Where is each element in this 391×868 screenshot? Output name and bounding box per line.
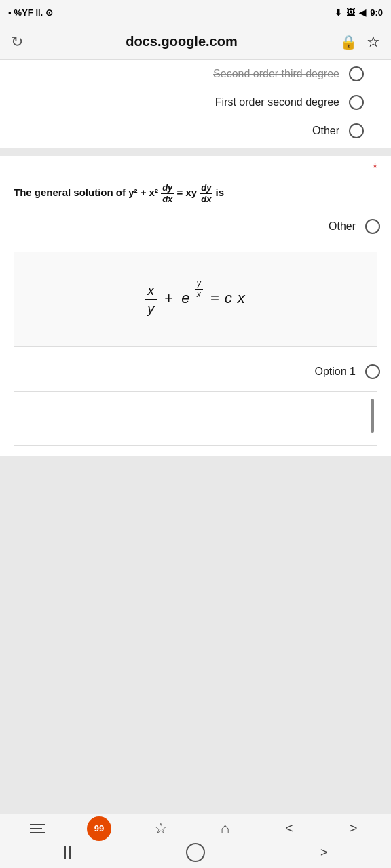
back-icon[interactable]: < (274, 816, 304, 841)
question-dy-dx-2: dy dx (200, 186, 215, 198)
menu-icon[interactable] (22, 816, 52, 841)
formula-box: x y + e y x = c x (14, 252, 377, 347)
option-second-order-third-degree[interactable]: Second order third degree (16, 60, 375, 88)
radio-button-2[interactable] (349, 95, 364, 110)
next-option-preview (14, 391, 377, 446)
option-first-order-second-degree[interactable]: First order second degree (16, 88, 375, 117)
download-icon: ⬇ (335, 7, 342, 18)
question-dy-dx-1: dy dx (161, 186, 176, 198)
fraction-dy-dx: dy dx (161, 182, 174, 204)
home-icon[interactable]: ⌂ (210, 816, 240, 841)
main-content: Second order third degree First order se… (0, 60, 391, 814)
status-left: ▪ %YF ll. ⊙ (8, 7, 53, 18)
radio-button-other[interactable] (365, 219, 380, 234)
section1-card: Second order third degree First order se… (0, 60, 391, 148)
pause-bars-icon[interactable] (52, 842, 82, 863)
option-label-2: First order second degree (215, 96, 339, 108)
required-asterisk: * (0, 156, 391, 176)
formula-equals-cx: = c x (210, 290, 246, 307)
question-main: The general solution of y² + x² (14, 186, 158, 198)
reload-icon[interactable]: ↻ (11, 33, 23, 51)
status-text: %YF ll. ⊙ (14, 7, 53, 18)
formula-plus: + (164, 290, 174, 307)
time-display: 9:0 (370, 7, 383, 18)
radio-button-option1[interactable] (365, 364, 380, 379)
next-icon[interactable]: > (309, 842, 339, 863)
radio-button-3[interactable] (349, 123, 364, 138)
option-other-2[interactable]: Other (0, 212, 391, 241)
circle-button[interactable] (186, 843, 205, 862)
browser-action-icons: 🔒 ☆ (340, 33, 380, 51)
option-other-1[interactable]: Other (16, 117, 375, 145)
location-icon: ◀ (359, 7, 366, 18)
star-outline-icon[interactable]: ☆ (146, 816, 176, 841)
scroll-indicator (371, 399, 374, 433)
image-icon: 🖼 (346, 7, 355, 18)
option-label-option1: Option 1 (315, 366, 356, 378)
nav-bottom-row: > (0, 842, 391, 868)
section2-card: * The general solution of y² + x² dy dx … (0, 156, 391, 456)
star-icon[interactable]: ☆ (367, 33, 380, 51)
browser-bar: ↻ docs.google.com 🔒 ☆ (0, 24, 391, 60)
browser-url: docs.google.com (126, 34, 237, 50)
formula-exponent: y x (196, 279, 203, 300)
fraction-dy-dx-2: dy dx (200, 182, 212, 204)
tab-count-button[interactable]: 99 (87, 816, 111, 841)
option-label-other: Other (329, 220, 356, 233)
question-is: is (216, 186, 225, 198)
option-label-1: Second order third degree (213, 68, 339, 80)
battery-icon: ▪ (8, 7, 12, 18)
question-equals: = xy (176, 186, 197, 198)
formula-x-over-y: x y (145, 281, 157, 317)
status-right: ⬇ 🖼 ◀ 9:0 (335, 7, 383, 18)
option-1-row[interactable]: Option 1 (0, 357, 391, 386)
nav-bar: 99 ☆ ⌂ < > > (0, 814, 391, 868)
forward-icon[interactable]: > (339, 816, 369, 841)
tab-count: 99 (94, 823, 104, 833)
lock-icon: 🔒 (340, 34, 357, 50)
option-label-3: Other (312, 125, 339, 137)
question-text: The general solution of y² + x² dy dx = … (0, 176, 391, 212)
status-bar: ▪ %YF ll. ⊙ ⬇ 🖼 ◀ 9:0 (0, 0, 391, 24)
formula-e: e (181, 290, 190, 307)
nav-top-row: 99 ☆ ⌂ < > (0, 814, 391, 842)
formula-display: x y + e y x = c x (145, 281, 246, 317)
radio-button-1[interactable] (349, 66, 364, 81)
